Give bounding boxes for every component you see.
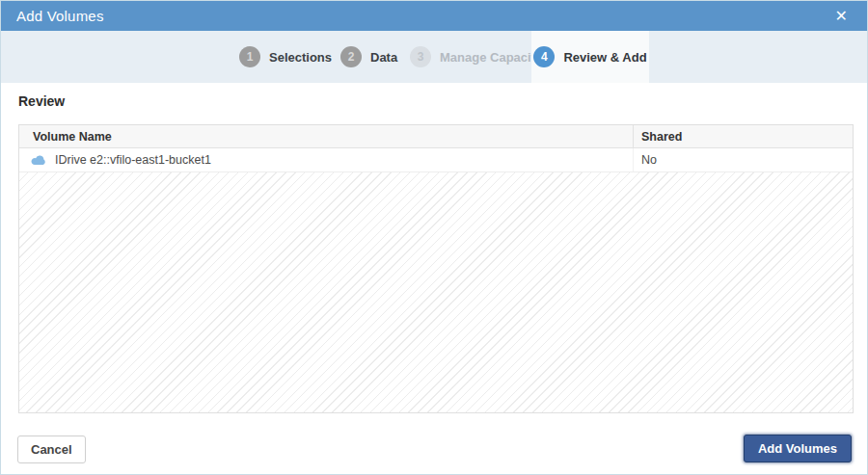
step-label: Review & Add <box>563 50 646 65</box>
cloud-icon <box>29 154 47 167</box>
step-number-badge: 2 <box>340 46 362 67</box>
review-table: Volume Name Shared IDrive e2::vfilo-east… <box>18 124 854 413</box>
shared-cell: No <box>634 153 853 167</box>
step-selections[interactable]: 1 Selections <box>239 31 332 83</box>
column-header-volume-name: Volume Name <box>19 125 634 147</box>
step-review-and-add[interactable]: 4 Review & Add <box>531 31 649 83</box>
step-manage-capacity: 3 Manage Capacity <box>410 31 542 83</box>
dialog-title: Add Volumes <box>16 8 104 24</box>
close-icon[interactable]: ✕ <box>831 7 852 26</box>
step-number-badge: 1 <box>239 46 260 67</box>
step-number-badge: 4 <box>533 46 555 67</box>
volume-name-cell: IDrive e2::vfilo-east1-bucket1 <box>19 148 634 172</box>
add-volumes-button[interactable]: Add Volumes <box>744 435 852 462</box>
dialog-content: Review Volume Name Shared IDrive e2::vfi… <box>1 83 867 474</box>
table-row: IDrive e2::vfilo-east1-bucket1 No <box>19 148 853 172</box>
column-header-shared: Shared <box>634 130 853 144</box>
dialog-titlebar: Add Volumes ✕ <box>1 1 867 31</box>
empty-table-area <box>19 172 853 412</box>
step-label: Manage Capacity <box>440 50 542 65</box>
review-heading: Review <box>18 93 65 109</box>
add-volumes-dialog: Add Volumes ✕ 1 Selections 2 Data 3 Mana… <box>0 0 868 475</box>
step-data[interactable]: 2 Data <box>340 31 397 83</box>
step-label: Data <box>370 50 397 65</box>
step-label: Selections <box>269 50 332 65</box>
step-number-badge: 3 <box>410 46 431 67</box>
volume-name-text: IDrive e2::vfilo-east1-bucket1 <box>55 153 211 167</box>
table-header-row: Volume Name Shared <box>19 125 853 148</box>
wizard-stepbar: 1 Selections 2 Data 3 Manage Capacity 4 … <box>1 31 867 83</box>
cancel-button[interactable]: Cancel <box>17 435 86 463</box>
